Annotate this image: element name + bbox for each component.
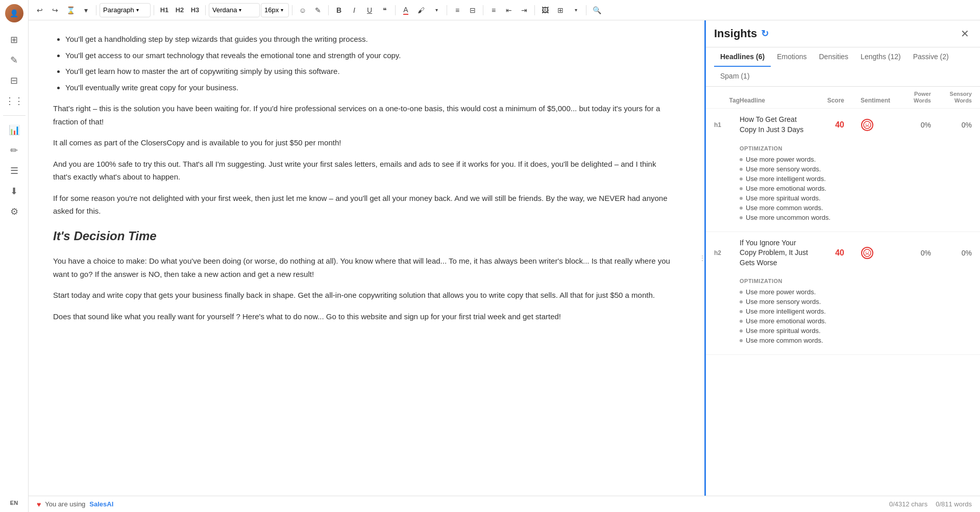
- opt-item: Use more common words.: [740, 204, 972, 212]
- paragraph: You have a choice to make: Do what you'v…: [53, 254, 676, 280]
- svg-point-5: [868, 251, 869, 252]
- toolbar: ↩ ↪ ⌛ ▾ Paragraph ▾ H1 H2 H3 Verdana ▾ 1…: [29, 0, 980, 20]
- separator-1: [96, 5, 96, 15]
- paragraph-dropdown[interactable]: Paragraph ▾: [100, 3, 151, 17]
- separator-8: [483, 5, 483, 15]
- opt-item: Use more intelligent words.: [740, 175, 972, 183]
- paragraph: Does that sound like what you really wan…: [53, 310, 676, 323]
- tab-spam[interactable]: Spam (1): [714, 67, 756, 86]
- sentiment-1: [844, 119, 890, 131]
- opt-item: Use more intelligent words.: [740, 308, 972, 315]
- resize-handle[interactable]: ⋮: [700, 20, 704, 496]
- avatar[interactable]: 👤: [5, 4, 23, 22]
- bg-color-button[interactable]: 🖌: [414, 3, 428, 17]
- svg-point-0: [864, 121, 871, 129]
- sidebar-icon-layers[interactable]: ☰: [5, 162, 23, 180]
- tab-headlines[interactable]: Headlines (6): [714, 47, 771, 67]
- list-item: You'll get access to our smart technolog…: [65, 49, 676, 62]
- opt-item: Use more spiritual words.: [740, 194, 972, 202]
- sidebar-icon-chart[interactable]: 📊: [5, 121, 23, 139]
- h2-button[interactable]: H2: [173, 3, 187, 17]
- opt-item: Use more sensory words.: [740, 165, 972, 173]
- insights-panel: Insights ↻ ✕ Headlines (6) Emotions Dens…: [704, 20, 980, 496]
- paragraph: It all comes as part of the ClosersCopy …: [53, 136, 676, 149]
- heart-icon: ♥: [37, 500, 41, 508]
- sentiment-2: [844, 247, 890, 259]
- separator-2: [154, 5, 154, 15]
- sidebar-icon-edit[interactable]: ✏: [5, 141, 23, 160]
- quote-button[interactable]: ❝: [378, 3, 392, 17]
- separator-7: [447, 5, 447, 15]
- sentiment-icon-1: [861, 119, 873, 131]
- refresh-icon[interactable]: ↻: [761, 28, 769, 39]
- language-selector[interactable]: EN: [10, 500, 18, 506]
- status-bar: ♥ You are using SalesAI 0/4312 chars 0/8…: [29, 496, 980, 512]
- underline-button[interactable]: U: [362, 3, 377, 17]
- tab-emotions[interactable]: Emotions: [771, 47, 813, 67]
- opt-item: Use more sensory words.: [740, 298, 972, 305]
- editor-area[interactable]: You'll get a handholding step by step wi…: [29, 20, 700, 496]
- close-button[interactable]: ✕: [958, 27, 972, 41]
- h3-button[interactable]: H3: [188, 3, 202, 17]
- opt-item: Use more emotional words.: [740, 185, 972, 192]
- status-text: You are using: [45, 500, 85, 508]
- svg-point-3: [864, 249, 871, 257]
- highlight-button[interactable]: ✎: [311, 3, 325, 17]
- h1-button[interactable]: H1: [157, 3, 172, 17]
- color-arrow[interactable]: ▾: [429, 3, 444, 17]
- list-item: You'll get learn how to master the art o…: [65, 65, 676, 78]
- headline-row-1: h1 How To Get Great Copy In Just 3 Days …: [706, 109, 980, 232]
- bullet-list: You'll get a handholding step by step wi…: [65, 33, 676, 94]
- list-item: You'll eventually write great copy for y…: [65, 81, 676, 94]
- insights-content: h1 How To Get Great Copy In Just 3 Days …: [706, 109, 980, 496]
- power-pct-1: 0%: [890, 121, 931, 129]
- sensory-pct-1: 0%: [931, 121, 972, 129]
- sidebar-icon-layout[interactable]: ⊟: [5, 71, 23, 90]
- table-arrow[interactable]: ▾: [569, 3, 583, 17]
- table-button[interactable]: ⊞: [553, 3, 568, 17]
- content-area: You'll get a handholding step by step wi…: [29, 20, 980, 496]
- optimization-section-2: OPTIMIZATION Use more power words. Use m…: [706, 274, 980, 354]
- section-heading: It's Decision Time: [53, 226, 676, 247]
- search-button[interactable]: 🔍: [590, 3, 604, 17]
- redo-button[interactable]: ↪: [48, 3, 62, 17]
- svg-point-4: [866, 251, 867, 252]
- sidebar-icon-download[interactable]: ⬇: [5, 182, 23, 200]
- optimization-label-1: OPTIMIZATION: [740, 145, 972, 151]
- size-dropdown[interactable]: 16px ▾: [261, 3, 289, 17]
- col-sentiment: Sentiment: [844, 97, 890, 104]
- image-button[interactable]: 🖼: [538, 3, 552, 17]
- tab-passive[interactable]: Passive (2): [907, 47, 955, 67]
- font-dropdown[interactable]: Verdana ▾: [209, 3, 260, 17]
- optimization-list-1: Use more power words. Use more sensory w…: [740, 156, 972, 221]
- list-ol-button[interactable]: ⊟: [465, 3, 480, 17]
- tag-h1: h1: [714, 121, 740, 129]
- list-ul-button[interactable]: ≡: [450, 3, 464, 17]
- indent-left-button[interactable]: ⇤: [502, 3, 516, 17]
- optimization-label-2: OPTIMIZATION: [740, 278, 972, 284]
- align-button[interactable]: ≡: [486, 3, 501, 17]
- history-button[interactable]: ⌛: [63, 3, 78, 17]
- history-arrow-button[interactable]: ▾: [79, 3, 93, 17]
- bold-button[interactable]: B: [332, 3, 346, 17]
- opt-item: Use more power words.: [740, 156, 972, 163]
- sidebar-icon-grid[interactable]: ⊞: [5, 31, 23, 49]
- sensory-pct-2: 0%: [931, 249, 972, 257]
- font-color-button[interactable]: A: [399, 3, 413, 17]
- table-header: Tag Headline Score Sentiment PowerWords …: [706, 87, 980, 109]
- opt-item: Use more spiritual words.: [740, 327, 972, 335]
- brand-name: SalesAI: [89, 500, 113, 508]
- sidebar-icon-dots[interactable]: ⋮⋮: [5, 92, 23, 110]
- sentiment-icon-2: [861, 247, 873, 259]
- tab-densities[interactable]: Densities: [813, 47, 855, 67]
- sidebar-divider: [3, 115, 26, 116]
- tag-h2: h2: [714, 249, 740, 257]
- tab-lengths[interactable]: Lengths (12): [854, 47, 907, 67]
- indent-right-button[interactable]: ⇥: [517, 3, 531, 17]
- undo-button[interactable]: ↩: [33, 3, 47, 17]
- char-count: 0/4312 chars: [889, 500, 927, 508]
- sidebar-icon-settings[interactable]: ⚙: [5, 202, 23, 221]
- sidebar-icon-pen[interactable]: ✎: [5, 51, 23, 69]
- emoji-button[interactable]: ☺: [296, 3, 310, 17]
- italic-button[interactable]: I: [347, 3, 361, 17]
